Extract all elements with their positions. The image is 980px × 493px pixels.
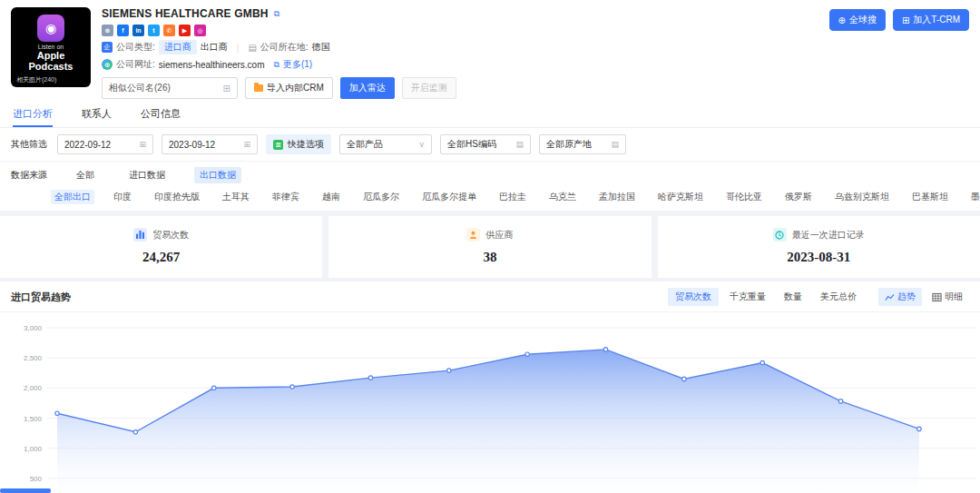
company-type-icon: 企 [102,42,113,53]
filter-label: 其他筛选 [11,138,47,151]
logo-listen-on: Listen on [16,44,85,50]
global-search-button[interactable]: ⊕ 全球搜 [829,9,886,31]
date-from-input[interactable]: 2022-09-12 ⊞ [57,134,153,154]
product-select[interactable]: 全部产品 ∨ [339,134,432,154]
metric-button-1[interactable]: 千克重量 [722,288,773,306]
region-tab-4[interactable]: 菲律宾 [269,190,303,204]
header-actions: ⊕ 全球搜 ⊞ 加入T-CRM [829,9,969,31]
region-tab-8[interactable]: 巴拉圭 [495,190,530,204]
region-tab-5[interactable]: 越南 [318,190,344,204]
date-from-value: 2022-09-12 [64,140,111,150]
quick-options-icon: ≣ [273,140,283,150]
region-tab-1[interactable]: 印度 [110,190,135,204]
region-tab-13[interactable]: 俄罗斯 [781,190,816,204]
related-images-caption: 相关图片(240) [16,75,56,84]
copy-icon[interactable]: ⧉ [274,60,279,70]
stat-cards: 贸易次数 24,267 供应商 38 最近一次进口记录 2023-08-31 [0,216,980,278]
svg-text:1,000: 1,000 [24,445,43,453]
region-tab-10[interactable]: 孟加拉国 [595,190,639,204]
copy-icon[interactable]: ⧉ [274,9,279,19]
expand-field-icon: ⊞ [223,84,230,94]
quick-options-button[interactable]: ≣ 快捷选项 [266,134,331,154]
join-tcrm-button[interactable]: ⊞ 加入T-CRM [893,9,969,31]
region-tab-15[interactable]: 巴基斯坦 [908,190,952,204]
import-crm-button[interactable]: 导入内部CRM [245,77,333,99]
add-icon: ⊞ [902,15,909,25]
location-icon: ▤ [248,43,256,53]
tab-2[interactable]: 公司信息 [141,103,181,127]
chevron-down-icon: ∨ [418,140,425,149]
data-source-label: 数据来源 [11,169,47,182]
origin-select[interactable]: 全部原产地 ▤ [539,134,626,154]
youtube-icon[interactable]: ▶ [179,25,191,36]
list-icon: ▤ [611,140,619,149]
horizontal-scrollbar-thumb[interactable] [0,488,51,493]
region-tab-2[interactable]: 印度抢先版 [151,190,203,204]
linkedin-icon[interactable]: in [132,25,144,36]
company-info: SIEMENS HEALTHCARE GMBH ⧉ ⊕fint✆▶◎ 企 公司类… [102,7,456,99]
page: ◉ Listen on Apple Podcasts 相关图片(240) SIE… [0,0,980,493]
last-import-value: 2023-08-31 [658,250,980,265]
trade-count-card: 贸易次数 24,267 [0,216,322,278]
region-tab-3[interactable]: 土耳其 [219,190,253,204]
view-trend-button[interactable]: 趋势 [878,288,922,306]
calendar-icon: ⊞ [243,140,250,149]
twitter-icon[interactable]: t [148,25,160,36]
join-radar-button[interactable]: 加入雷达 [340,77,395,99]
tab-1[interactable]: 联系人 [82,103,112,127]
svg-text:1,500: 1,500 [24,415,43,423]
region-tab-12[interactable]: 哥伦比亚 [722,190,766,204]
company-logo[interactable]: ◉ Listen on Apple Podcasts 相关图片(240) [11,7,91,87]
region-tab-11[interactable]: 哈萨克斯坦 [654,190,707,204]
exporter-tag[interactable]: 出口商 [201,41,228,54]
supplier-label: 供应商 [485,229,513,242]
website-url[interactable]: siemens-healthineers.com [159,60,265,70]
metric-button-2[interactable]: 数量 [777,288,809,306]
supplier-icon [466,228,480,242]
region-tab-0[interactable]: 全部出口 [51,190,94,204]
origin-value: 全部原产地 [546,138,592,151]
region-tab-6[interactable]: 厄瓜多尔 [359,190,403,204]
hs-code-select[interactable]: 全部HS编码 ▤ [440,134,531,154]
phone-icon[interactable]: ✆ [163,25,175,36]
facebook-icon[interactable]: f [117,25,129,36]
view-detail-button[interactable]: 明细 [926,288,969,306]
date-to-value: 2023-09-12 [169,140,215,150]
region-tabs: 全部出口印度印度抢先版土耳其菲律宾越南厄瓜多尔厄瓜多尔提单巴拉圭乌克兰孟加拉国哈… [51,190,980,204]
more-link[interactable]: 更多(1) [283,58,312,71]
date-to-input[interactable]: 2023-09-12 ⊞ [162,134,258,154]
quick-options-label: 快捷选项 [288,138,324,151]
globe-icon: ⊕ [838,15,846,25]
similar-company-input[interactable]: 相似公司名(26) ⊞ [102,77,238,99]
data-source-option-0[interactable]: 全部 [71,167,100,183]
start-monitor-button[interactable]: 开启监测 [402,77,456,99]
website-icon[interactable]: ⊕ [102,25,113,36]
region-tabs-row: 全部出口印度印度抢先版土耳其菲律宾越南厄瓜多尔厄瓜多尔提单巴拉圭乌克兰孟加拉国哈… [0,187,980,211]
supplier-value: 38 [328,250,651,265]
main-tabs: 进口分析联系人公司信息 [0,103,980,128]
data-source-option-1[interactable]: 进口数据 [123,167,171,183]
view-trend-label: 趋势 [897,291,916,303]
region-tab-9[interactable]: 乌克兰 [545,190,580,204]
apple-podcasts-icon: ◉ [37,15,64,42]
region-tab-7[interactable]: 厄瓜多尔提单 [418,190,480,204]
metric-button-0[interactable]: 贸易次数 [668,288,719,306]
svg-text:2,500: 2,500 [24,354,43,362]
globe-icon: ⊕ [102,59,113,70]
region-tab-14[interactable]: 乌兹别克斯坦 [831,190,893,204]
trade-count-value: 24,267 [0,250,322,265]
company-type-label: 公司类型: [116,41,155,54]
trend-controls: 贸易次数千克重量数量美元总价 趋势 明细 [668,288,969,306]
folder-icon [254,84,263,92]
importer-tag[interactable]: 进口商 [159,40,197,54]
company-header: ◉ Listen on Apple Podcasts 相关图片(240) SIE… [0,0,980,103]
metric-button-3[interactable]: 美元总价 [813,288,864,306]
svg-text:500: 500 [30,475,43,483]
calendar-icon: ⊞ [139,140,146,149]
trade-count-label: 贸易次数 [152,229,189,242]
data-source-option-2[interactable]: 出口数据 [194,167,241,183]
instagram-icon[interactable]: ◎ [194,25,206,36]
trend-title: 进口贸易趋势 [11,291,71,304]
tab-0[interactable]: 进口分析 [13,103,53,127]
region-tab-16[interactable]: 墨西哥海运 [967,190,980,204]
